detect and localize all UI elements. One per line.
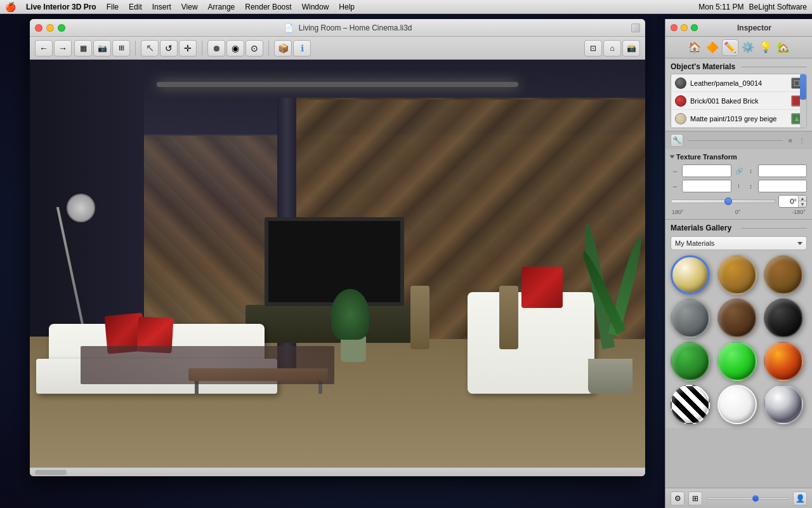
material-sphere-wood-dark[interactable] [764, 255, 803, 295]
preview-button[interactable]: ◉ [226, 40, 244, 57]
render-group: ⏺ ◉ ⊙ [207, 40, 263, 57]
select-button[interactable]: ↖ [141, 40, 159, 57]
scale-v-input[interactable] [759, 166, 808, 176]
record-button[interactable]: ⏺ [207, 40, 225, 57]
inspector-gear-button[interactable]: ⚙ [671, 491, 684, 505]
scrollbar-thumb-h[interactable] [35, 470, 67, 475]
tab-settings[interactable]: ⚙️ [740, 39, 756, 56]
close-button[interactable] [35, 24, 43, 32]
material-grid [671, 255, 807, 424]
rotation-input[interactable] [779, 196, 798, 206]
offset-v-input[interactable] [759, 181, 808, 191]
inspector-slider-thumb[interactable] [752, 495, 759, 502]
floorplan-button[interactable]: ▦ [74, 40, 92, 57]
move-button[interactable]: ✛ [179, 40, 197, 57]
help-menu[interactable]: Help [339, 3, 355, 11]
material-sphere-wood-light[interactable] [717, 255, 757, 295]
dropdown-arrow-icon [797, 242, 802, 245]
scale-v-input-group[interactable]: ▲ ▼ [758, 164, 808, 177]
render-menu[interactable]: Render Boost [245, 3, 291, 11]
rotation-down[interactable]: ▼ [799, 201, 806, 207]
gallery-dropdown[interactable]: My Materials [671, 236, 807, 250]
material-sphere-dalmatian[interactable] [717, 385, 757, 424]
inspector-slider[interactable] [706, 497, 789, 500]
inspector-close[interactable] [671, 24, 678, 31]
tab-lighting[interactable]: 💡 [757, 39, 774, 56]
rotate-button[interactable]: ↺ [160, 40, 178, 57]
camera-view-button[interactable]: 📷 [93, 40, 111, 57]
arrange-menu[interactable]: Arrange [208, 3, 235, 11]
material-sphere-ivory[interactable] [671, 255, 710, 295]
apple-menu[interactable]: 🍎 [5, 2, 16, 12]
collapse-triangle[interactable] [670, 156, 675, 159]
plant-pot [588, 359, 632, 394]
back-button[interactable]: ← [35, 40, 53, 57]
grid-view-button[interactable]: ⊞ [112, 40, 130, 57]
pipette-button[interactable]: 🔧 [671, 134, 683, 147]
3d-viewport[interactable] [30, 60, 645, 476]
rotation-track[interactable] [671, 199, 776, 203]
materials-scrollbar-thumb[interactable] [800, 74, 806, 100]
tab-render[interactable]: 🏡 [775, 39, 792, 56]
maximize-button[interactable] [58, 24, 65, 32]
tab-home[interactable]: 🏠 [686, 39, 703, 56]
menu-brand: BeLight Software [749, 3, 807, 11]
material-sphere-concrete[interactable] [671, 298, 710, 338]
inspector-expand-button[interactable]: ⊞ [688, 491, 702, 505]
model-button[interactable]: 📦 [274, 40, 292, 57]
scene-button[interactable]: ⊙ [246, 40, 263, 57]
gallery-header: Materials Gallery [671, 224, 807, 232]
edit-menu[interactable]: Edit [129, 3, 142, 11]
app-name-menu[interactable]: Live Interior 3D Pro [26, 3, 96, 11]
offset-h-input[interactable] [683, 181, 731, 191]
offset-v-icon: I [734, 183, 744, 189]
offset-h-row: ↔ ▲ ▼ I ↕ ▲ ▼ [671, 180, 807, 192]
forward-button[interactable]: → [54, 40, 72, 57]
horizontal-scrollbar[interactable] [30, 467, 645, 476]
frame-button[interactable]: ⊡ [584, 40, 602, 57]
insert-menu[interactable]: Insert [152, 3, 171, 11]
rotation-spinner[interactable]: ▲ ▼ [798, 196, 806, 207]
material-sphere-green-bright[interactable] [717, 342, 757, 381]
material-sphere-zebra[interactable] [671, 385, 710, 424]
scale-h-input[interactable] [683, 166, 731, 176]
gallery-divider [741, 228, 808, 229]
speaker-right [499, 286, 518, 349]
file-menu[interactable]: File [107, 3, 119, 11]
rotation-label-min: 180° [672, 209, 684, 215]
pipette-opt-1[interactable]: ≡ [785, 135, 796, 145]
camera3-button[interactable]: 📸 [622, 40, 640, 57]
inspector-user-button[interactable]: 👤 [793, 491, 807, 505]
tab-materials[interactable]: ✏️ [722, 39, 738, 56]
inspector-minimize[interactable] [681, 24, 688, 31]
inspector-maximize[interactable] [691, 24, 698, 31]
material-sphere-fire[interactable] [764, 342, 803, 381]
offset-v-input-group[interactable]: ▲ ▼ [758, 180, 808, 192]
home-button[interactable]: ⌂ [603, 40, 621, 57]
materials-gallery-section: Materials Gallery My Materials [665, 220, 812, 428]
pipette-opt-2[interactable]: ⋮ [797, 135, 807, 145]
materials-scrollbar[interactable] [800, 74, 806, 128]
info-button[interactable]: ℹ [293, 40, 311, 57]
view-menu[interactable]: View [181, 3, 198, 11]
material-item-leather[interactable]: Leather/pamela_09014 [671, 74, 806, 92]
gallery-title: Materials Gallery [671, 224, 737, 232]
material-sphere-brown[interactable] [717, 298, 757, 338]
material-item-brick[interactable]: Brick/001 Baked Brick [671, 92, 806, 110]
material-sphere-green-dark[interactable] [671, 342, 710, 381]
minimize-button[interactable] [46, 24, 54, 32]
objects-materials-section: Object's Materials Leather/pamela_09014 … [665, 58, 812, 131]
rotation-label-center: 0° [735, 209, 741, 215]
rotation-up[interactable]: ▲ [799, 196, 806, 201]
window-menu[interactable]: Window [302, 3, 329, 11]
rotation-input-group[interactable]: ▲ ▼ [778, 195, 807, 208]
window-title: 📄 Living Room – Home Cinema.li3d [65, 23, 631, 32]
material-sphere-chrome[interactable] [764, 385, 803, 424]
tab-shape[interactable]: 🔶 [704, 39, 721, 56]
rotation-thumb[interactable] [724, 197, 732, 205]
scale-h-input-group[interactable]: ▲ ▼ [682, 164, 731, 177]
window-resize-btn[interactable] [631, 23, 640, 32]
offset-h-input-group[interactable]: ▲ ▼ [682, 180, 731, 192]
material-item-matte[interactable]: Matte paint/1019 grey beige [671, 110, 806, 128]
material-sphere-black[interactable] [764, 298, 803, 338]
